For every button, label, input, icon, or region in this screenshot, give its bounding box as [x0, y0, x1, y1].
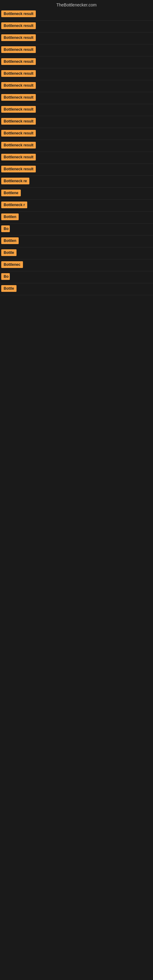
bottleneck-badge[interactable]: Bottlene — [1, 189, 21, 196]
result-row[interactable]: Bottleneck result — [0, 140, 153, 152]
bottleneck-badge[interactable]: Bottleneck result — [1, 130, 36, 137]
bottleneck-badge[interactable]: Bottlenec — [1, 261, 23, 268]
result-row[interactable]: Bottleneck result — [0, 104, 153, 116]
result-row[interactable]: Bottleneck result — [0, 68, 153, 80]
bottleneck-badge[interactable]: Bottleneck result — [1, 70, 36, 77]
bottleneck-badge[interactable]: Bottleneck result — [1, 94, 36, 101]
result-row[interactable]: Bottleneck result — [0, 128, 153, 140]
bottleneck-badge[interactable]: Bottleneck result — [1, 154, 36, 161]
result-row[interactable]: Bottleneck result — [0, 9, 153, 21]
bottleneck-badge[interactable]: Bottleneck result — [1, 142, 36, 148]
bottleneck-badge[interactable]: Bottleneck result — [1, 166, 36, 172]
result-row[interactable]: Bottleneck result — [0, 21, 153, 32]
bottleneck-badge[interactable]: Bo — [1, 225, 10, 232]
result-row[interactable]: Bottleneck result — [0, 45, 153, 56]
result-row[interactable]: Bottleneck result — [0, 152, 153, 164]
result-row[interactable]: Bottleneck result — [0, 80, 153, 92]
bottleneck-badge[interactable]: Bottleneck r — [1, 202, 27, 208]
result-row[interactable]: Bottlen — [0, 235, 153, 247]
result-row[interactable]: Bottlene — [0, 188, 153, 200]
result-row[interactable]: Bo — [0, 224, 153, 235]
result-row[interactable]: Bottleneck result — [0, 92, 153, 104]
result-row[interactable]: Bottlen — [0, 212, 153, 224]
results-list: Bottleneck resultBottleneck resultBottle… — [0, 9, 153, 295]
result-row[interactable]: Bottlenec — [0, 259, 153, 271]
result-row[interactable]: Bottle — [0, 247, 153, 259]
bottleneck-badge[interactable]: Bottleneck result — [1, 10, 36, 17]
bottleneck-badge[interactable]: Bottleneck result — [1, 46, 36, 53]
bottleneck-badge[interactable]: Bottleneck result — [1, 118, 36, 125]
result-row[interactable]: Bottleneck re — [0, 176, 153, 188]
bottleneck-badge[interactable]: Bottleneck result — [1, 58, 36, 65]
result-row[interactable]: Bottleneck result — [0, 56, 153, 68]
bottleneck-badge[interactable]: Bottleneck result — [1, 34, 36, 41]
bottleneck-badge[interactable]: Bo — [1, 273, 10, 280]
bottleneck-badge[interactable]: Bottleneck re — [1, 178, 29, 185]
site-title: TheBottlenecker.com — [0, 0, 153, 9]
site-header: TheBottlenecker.com — [0, 0, 153, 9]
bottleneck-badge[interactable]: Bottlen — [1, 237, 19, 244]
result-row[interactable]: Bottleneck r — [0, 200, 153, 212]
result-row[interactable]: Bottleneck result — [0, 32, 153, 45]
result-row[interactable]: Bottleneck result — [0, 164, 153, 176]
bottleneck-badge[interactable]: Bottle — [1, 285, 16, 292]
result-row[interactable]: Bottle — [0, 283, 153, 295]
bottleneck-badge[interactable]: Bottlen — [1, 213, 19, 220]
result-row[interactable]: Bo — [0, 271, 153, 283]
bottleneck-badge[interactable]: Bottleneck result — [1, 22, 36, 29]
bottleneck-badge[interactable]: Bottle — [1, 249, 16, 256]
bottleneck-badge[interactable]: Bottleneck result — [1, 106, 36, 113]
bottleneck-badge[interactable]: Bottleneck result — [1, 82, 36, 89]
result-row[interactable]: Bottleneck result — [0, 116, 153, 128]
